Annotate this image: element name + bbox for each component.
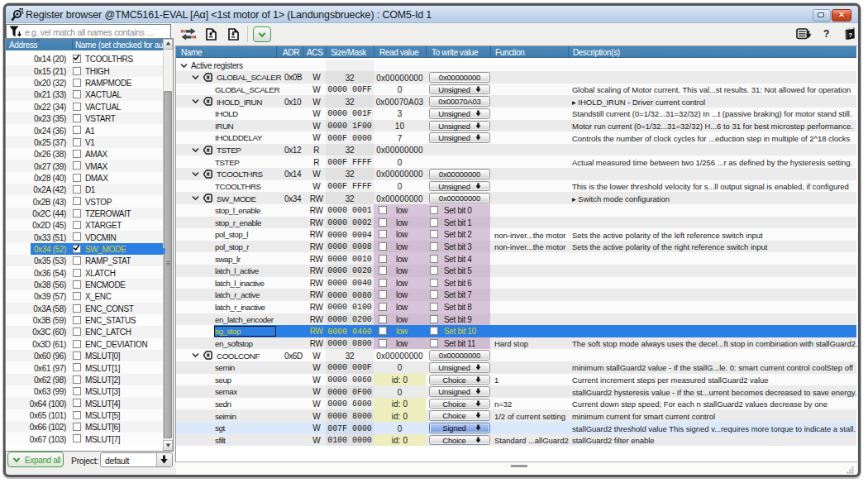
- svg-text:?: ?: [848, 31, 852, 39]
